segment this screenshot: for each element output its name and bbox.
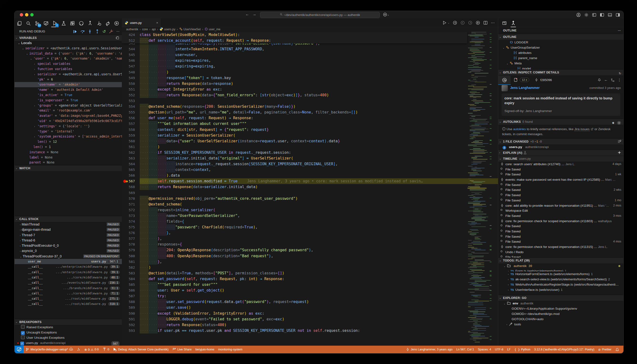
breakpoint-row[interactable]: User Uncaught Exceptions xyxy=(14,335,122,340)
activity-extensions-icon[interactable] xyxy=(69,20,76,27)
toggle-sidebar-icon[interactable] xyxy=(600,13,604,17)
code-line[interactable]: 588············user.set_password(request… xyxy=(122,299,498,305)
status-item[interactable]: ⊗ 0 ⚠0 0 xyxy=(82,348,100,351)
next-change-icon[interactable] xyxy=(468,20,472,25)
code-line[interactable]: 590········except (ValidationError, Inte… xyxy=(122,310,498,316)
autolinks-settings-icon[interactable] xyxy=(617,120,621,126)
call-stack-frame[interactable]: __call__.../core/middleware.py48:1 xyxy=(14,275,122,280)
code-line[interactable]: 552············return Response(data={"no… xyxy=(122,92,498,98)
code-line[interactable]: 572········request=inline_serializer( xyxy=(122,207,498,213)
variable-row[interactable]: label = None xyxy=(14,155,122,160)
todo-file-item[interactable]: ›TSUserInterface.ts (web/src/user)1 xyxy=(498,287,624,292)
code-line[interactable]: 566············).data xyxy=(122,172,498,178)
breakpoint-row[interactable]: ✓Uncaught Exceptions xyxy=(14,330,122,335)
variable-row[interactable]: 'email' = 'root@example.com' xyxy=(14,108,122,113)
split-editor-icon[interactable] xyxy=(483,20,488,25)
autolinks-section-header[interactable]: ⌄AUTOLINKS 0 found◆ xyxy=(498,119,624,125)
call-stack-thread[interactable]: ⌄ ThreadPoolExecutor-37_0PAUSED ON BREAK… xyxy=(14,254,122,259)
code-line-current[interactable]: 567········self.request.session.modified… xyxy=(122,178,498,184)
call-stack-frame[interactable]: __call__.../events/middleware.py156:1 xyxy=(14,280,122,285)
variable-row[interactable]: ⌄initial_data = {'user': {'pk': 6, 'user… xyxy=(14,51,122,56)
code-line[interactable]: 561········) xyxy=(122,144,498,150)
outline-item[interactable]: ⌄Meta xyxy=(498,61,624,66)
timeline-item[interactable]: File Saved2 wks xyxy=(498,187,624,192)
timeline-item[interactable]: File Saved xyxy=(498,254,624,258)
outline-item[interactable]: model xyxy=(498,66,624,69)
timeline-item[interactable]: File Saved xyxy=(498,167,624,172)
status-item[interactable]: Spaces: 4 xyxy=(476,348,493,351)
copy-icon[interactable] xyxy=(116,36,120,40)
code-line[interactable]: 562········if SESSION_KEY_IMPERSONATE_US… xyxy=(122,150,498,156)
commit-author-link[interactable]: Jens Langhammer xyxy=(510,86,540,90)
call-stack-frame[interactable]: __call__.../root/middleware.py275:1 xyxy=(14,296,122,301)
code-line[interactable]: 546················expires=expires, xyxy=(122,58,498,64)
breadcrumb-item[interactable]: users.py xyxy=(164,28,175,31)
status-item[interactable]: 0 xyxy=(100,348,111,351)
activity-run-debug-icon[interactable]: 1 xyxy=(51,20,58,27)
status-item[interactable]: 3.12.8 ('authentik-xEAhpGPh-py3.12': Poe… xyxy=(532,348,596,351)
breakpoint-row[interactable]: Raised Exceptions xyxy=(14,325,122,330)
variable-row[interactable]: ›function variables xyxy=(14,66,122,72)
code-line[interactable]: 570····@permission_required(obj_perm="au… xyxy=(122,196,498,202)
timeline-item[interactable]: core: fix permission check for scoped im… xyxy=(498,218,624,224)
sparkle-icon[interactable] xyxy=(618,151,621,155)
debug-file-icon[interactable] xyxy=(476,20,480,25)
call-stack-thread[interactable]: › asyncio_0PAUSED xyxy=(14,248,122,254)
commit-overview-tab[interactable] xyxy=(498,76,511,84)
previous-change-icon[interactable] xyxy=(460,20,465,25)
code-line[interactable]: 569 xyxy=(122,190,498,196)
copilot-menu[interactable]: ⌄ xyxy=(383,12,389,18)
sticky-line[interactable]: 512····def service_account(self, request… xyxy=(122,38,467,44)
code-line[interactable]: 550············return Response(data=resp… xyxy=(122,81,498,86)
status-item[interactable]: Jens Langhammer, 3 years ago xyxy=(404,348,454,351)
code-line[interactable]: 578········responses={ xyxy=(122,242,498,247)
status-item[interactable]: Debug: Attach Server Core (authentik) xyxy=(111,348,170,351)
timeline-item[interactable]: File Saved1 wk xyxy=(498,172,624,177)
variable-row[interactable]: ›serializer = <authentik.core.api.users.… xyxy=(14,72,122,77)
activity-explorer-icon[interactable] xyxy=(16,20,23,27)
code-line[interactable]: 551········except IntegrityError as exc: xyxy=(122,86,498,92)
close-tab-icon[interactable]: × xyxy=(156,18,158,27)
status-item[interactable] xyxy=(614,348,621,351)
todo-file-item[interactable]: ›TSWebAuthnAuthenticatorRegisterStage.ts… xyxy=(498,282,624,287)
call-stack-frame[interactable]: __call__.../root/middleware.py318:1 xyxy=(14,301,122,306)
activity-gitlens-icon[interactable] xyxy=(86,20,94,27)
files-changed-section-header[interactable]: ⌄1 FILE CHANGED +0 ~1 -0 xyxy=(498,138,624,144)
code-line[interactable]: 564················instance=request._req… xyxy=(122,161,498,167)
code-line[interactable]: 573············name="UserPasswordSetSeri… xyxy=(122,213,498,218)
zoom-window-button[interactable] xyxy=(30,13,34,16)
code-line[interactable]: 544················intent=TokenIntents.I… xyxy=(122,46,498,52)
variable-row[interactable]: parent = None xyxy=(14,160,122,165)
status-item[interactable]: ⊘Prettier xyxy=(596,348,614,351)
code-line[interactable]: 589············user.save() xyxy=(122,305,498,310)
go-env-row[interactable]: ⌄envauthentik xyxy=(498,301,624,306)
variable-row[interactable]: ›'groups' = <generator object UserSelfSe… xyxy=(14,103,122,108)
variable-row[interactable]: 'username' = 'akadmin' xyxy=(14,82,122,87)
explain-ai-section-header[interactable]: ›EXPLAIN (AI) xyxy=(498,150,624,156)
variable-row[interactable]: len() = 12 xyxy=(14,139,122,144)
status-item[interactable]: Ln 567, Col 1 xyxy=(454,348,476,351)
minimap[interactable] xyxy=(468,32,486,346)
account-icon[interactable] xyxy=(576,13,581,17)
activity-liveshare-icon[interactable] xyxy=(104,20,111,27)
code-line[interactable]: 559········serializer = SessionUserSeria… xyxy=(122,132,498,138)
timeline-item[interactable]: File Saved3 mos xyxy=(498,213,624,218)
code-line[interactable]: 558········context: dict[str, Request] =… xyxy=(122,127,498,132)
call-stack-thread[interactable]: › MainThreadPAUSED xyxy=(14,222,122,227)
timeline-item[interactable]: core: add ability to provide reason for … xyxy=(498,203,624,208)
outline-item[interactable]: attributes xyxy=(498,50,624,56)
code-line[interactable]: 554····@extend_schema(responses={200: Se… xyxy=(122,104,498,110)
variable-row[interactable]: ›'settings' = {'locale': ''} xyxy=(14,124,122,129)
gitlens-view-icon[interactable] xyxy=(511,21,516,27)
breadcrumb-item[interactable]: UserViewSet xyxy=(184,28,201,31)
more-actions-icon[interactable]: ⋯ xyxy=(491,20,495,25)
call-stack-thread[interactable]: › ThreadPoolExecutor-0_0PAUSED xyxy=(14,243,122,248)
debug-step-out-button[interactable] xyxy=(95,29,100,34)
activity-source-control-icon[interactable]: 12 xyxy=(34,20,41,27)
variable-row[interactable]: ⌄serializer = <authentik.core.api.users.… xyxy=(14,46,122,51)
variable-row[interactable]: instance = None xyxy=(14,150,122,155)
variable-row[interactable]: ⌄Locals xyxy=(14,40,122,46)
nav-back-icon[interactable]: ← xyxy=(245,12,249,16)
variable-row[interactable]: 'type' = 'internal' xyxy=(14,129,122,134)
call-stack-thread[interactable]: › Thread-6PAUSED xyxy=(14,238,122,243)
